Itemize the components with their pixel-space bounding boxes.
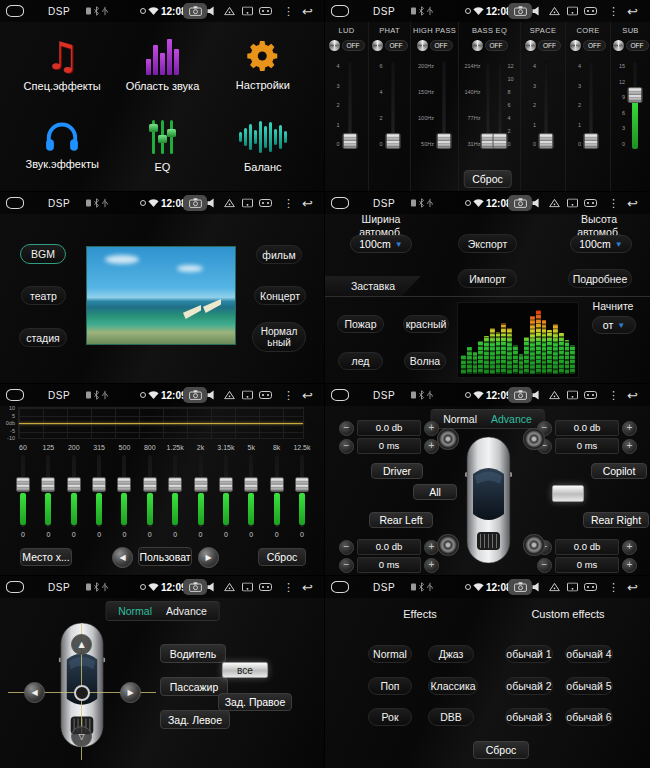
tab-normal[interactable]: Normal	[443, 413, 477, 425]
rear-right-button[interactable]: Rear Right	[583, 512, 649, 528]
cassette-icon[interactable]	[584, 391, 597, 399]
eq-band-slider[interactable]	[21, 455, 25, 527]
off-toggle[interactable]: OFF	[385, 40, 408, 51]
eq-band-slider[interactable]	[275, 455, 279, 527]
volume-icon[interactable]	[207, 6, 217, 16]
slider-thumb[interactable]	[67, 477, 81, 492]
menu-item-sound-effects[interactable]: Звук.эффекты	[26, 121, 99, 170]
preset-ice-button[interactable]: лед	[338, 352, 383, 370]
back-icon[interactable]: ↩	[302, 388, 313, 403]
place-button[interactable]: Место х...	[20, 548, 72, 566]
custom-effect-1-button[interactable]: обычай 1	[505, 645, 553, 663]
selected-position-indicator[interactable]	[552, 485, 584, 502]
slider-thumb[interactable]	[628, 87, 643, 103]
next-preset-button[interactable]: ▶	[198, 547, 219, 568]
cassette-icon[interactable]	[259, 583, 272, 591]
rear-left-button[interactable]: Rear Left	[369, 512, 433, 528]
highpass-slider[interactable]	[442, 61, 446, 149]
back-icon[interactable]: ↩	[302, 4, 313, 19]
warning-triangle-icon[interactable]	[224, 583, 235, 592]
start-from-dropdown[interactable]: от▼	[592, 316, 636, 334]
driver-button[interactable]: Водитель	[160, 644, 226, 663]
plus-button[interactable]: +	[622, 558, 637, 573]
screen-icon[interactable]	[242, 391, 253, 400]
menu-dots-icon[interactable]: ⋮	[283, 197, 294, 210]
wifi-icon[interactable]	[148, 583, 159, 592]
volume-icon[interactable]	[532, 198, 542, 208]
home-icon[interactable]	[331, 197, 349, 209]
plus-button[interactable]: +	[424, 421, 439, 436]
volume-icon[interactable]	[207, 582, 217, 592]
menu-dots-icon[interactable]: ⋮	[283, 5, 294, 18]
warning-triangle-icon[interactable]	[549, 199, 560, 208]
volume-icon[interactable]	[207, 390, 217, 400]
wifi-icon[interactable]	[473, 7, 484, 16]
eq-band-slider[interactable]	[46, 455, 50, 527]
tab-advance[interactable]: Advance	[166, 605, 207, 617]
eq-band-slider[interactable]	[97, 455, 101, 527]
minus-button[interactable]: −	[537, 558, 552, 573]
slider-thumb[interactable]	[539, 133, 554, 149]
effect-rock-button[interactable]: Рок	[368, 708, 412, 726]
minus-button[interactable]: −	[339, 558, 354, 573]
camera-icon[interactable]	[508, 195, 532, 211]
home-icon[interactable]	[331, 389, 349, 401]
reset-button[interactable]: Сброс	[258, 548, 306, 566]
balance-right-button[interactable]: ▶	[120, 682, 141, 703]
menu-dots-icon[interactable]: ⋮	[283, 389, 294, 402]
balance-up-button[interactable]: ▲	[71, 634, 92, 655]
previous-preset-button[interactable]: ◀	[112, 547, 133, 568]
knob-icon[interactable]	[570, 40, 581, 51]
rear-left-button[interactable]: Зад. Левое	[160, 710, 230, 729]
core-slider[interactable]	[589, 61, 593, 149]
volume-icon[interactable]	[532, 6, 542, 16]
tab-normal[interactable]: Normal	[118, 605, 152, 617]
volume-icon[interactable]	[207, 198, 217, 208]
screen-icon[interactable]	[567, 7, 578, 16]
export-button[interactable]: Экспорт	[458, 234, 517, 253]
home-icon[interactable]	[6, 389, 24, 401]
custom-effect-5-button[interactable]: обычай 5	[565, 677, 613, 695]
wifi-icon[interactable]	[473, 199, 484, 208]
warning-triangle-icon[interactable]	[224, 199, 235, 208]
minus-button[interactable]: −	[339, 421, 354, 436]
menu-dots-icon[interactable]: ⋮	[283, 581, 294, 594]
preset-red-button[interactable]: красный	[403, 315, 449, 333]
phat-slider[interactable]	[391, 61, 395, 149]
menu-dots-icon[interactable]: ⋮	[608, 5, 619, 18]
off-toggle[interactable]: OFF	[626, 40, 649, 51]
menu-dots-icon[interactable]: ⋮	[608, 197, 619, 210]
warning-triangle-icon[interactable]	[224, 7, 235, 16]
menu-item-eq[interactable]: EQ	[152, 118, 173, 173]
driver-button[interactable]: Driver	[371, 463, 423, 479]
home-icon[interactable]	[331, 5, 349, 17]
menu-item-sound-zone[interactable]: Область звука	[126, 37, 200, 92]
knob-icon[interactable]	[372, 40, 383, 51]
effect-jazz-button[interactable]: Джаз	[428, 645, 474, 663]
knob-icon[interactable]	[329, 40, 340, 51]
basseq-slider-1[interactable]	[486, 61, 490, 149]
off-toggle[interactable]: OFF	[538, 40, 561, 51]
effect-classic-button[interactable]: Классика	[428, 677, 478, 695]
cassette-icon[interactable]	[259, 7, 272, 15]
tab-advance[interactable]: Advance	[491, 413, 532, 425]
effect-dbb-button[interactable]: DBB	[428, 708, 474, 726]
off-toggle[interactable]: OFF	[430, 40, 453, 51]
slider-thumb[interactable]	[244, 477, 258, 492]
menu-item-balance[interactable]: Баланс	[239, 118, 287, 173]
slider-thumb[interactable]	[270, 477, 284, 492]
slider-thumb[interactable]	[41, 477, 55, 492]
custom-effect-4-button[interactable]: обычай 4	[565, 645, 613, 663]
back-icon[interactable]: ↩	[302, 196, 313, 211]
back-icon[interactable]: ↩	[302, 580, 313, 595]
slider-thumb[interactable]	[342, 133, 357, 149]
eq-band-slider[interactable]	[173, 455, 177, 527]
rear-right-button[interactable]: Зад. Правое	[218, 693, 292, 711]
space-slider[interactable]	[544, 61, 548, 149]
balance-down-button[interactable]: ▽	[71, 726, 92, 747]
back-icon[interactable]: ↩	[627, 196, 638, 211]
preset-name-button[interactable]: Пользоват	[138, 547, 192, 566]
camera-icon[interactable]	[508, 387, 532, 403]
tab-screensaver[interactable]: Заставка	[325, 276, 421, 296]
slider-thumb[interactable]	[219, 477, 233, 492]
